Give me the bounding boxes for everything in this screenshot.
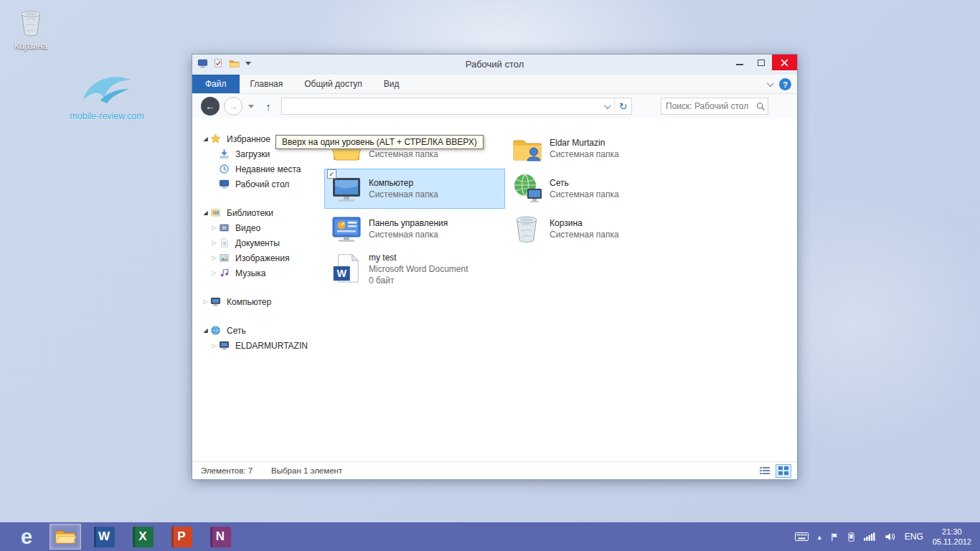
video-icon [219,222,231,234]
network-signal-icon[interactable] [864,532,875,541]
search-input[interactable] [661,101,753,111]
forward-button[interactable]: → [224,97,242,116]
action-center-flag-icon[interactable] [831,532,839,542]
selection-checkbox[interactable]: ✓ [327,169,336,179]
maximize-icon [758,60,765,66]
address-dropdown-button[interactable] [598,98,614,114]
details-view-icon [759,466,771,476]
sidebar-item-label: Библиотеки [227,208,273,218]
sidebar-item-network[interactable]: ◢ Сеть [192,323,313,338]
expand-icon[interactable]: ▷ [209,250,219,265]
close-icon [781,59,788,67]
items-count: Элементов: 7 [201,466,253,475]
expand-icon[interactable]: ▷ [209,338,219,353]
recent-locations-chevron-icon[interactable] [248,105,254,108]
desktop-recycle-bin[interactable]: Корзина [7,6,55,51]
thumbnails-view-button[interactable] [776,464,791,478]
tab-home[interactable]: Главная [240,75,294,93]
control-panel-icon [329,212,365,246]
file-item-size: 0 байт [369,275,468,286]
navigation-pane: ◢ Избранное Загрузки [192,118,313,461]
expand-icon[interactable]: ▷ [209,265,219,281]
search-box [661,98,768,115]
qat-customize-chevron-icon[interactable] [245,62,251,65]
downloads-icon [219,149,231,160]
expand-icon[interactable]: ▷ [209,235,219,250]
file-item-my-test[interactable]: W my test Microsoft Word Document 0 байт [324,249,505,289]
file-item-computer[interactable]: ✓ Компьютер Системная папка [324,169,505,209]
up-button[interactable]: ↑ [260,98,277,115]
explorer-taskbar-button[interactable] [50,524,81,550]
sidebar-item-label: Музыка [235,268,265,278]
system-menu-icon[interactable] [197,57,208,69]
expand-ribbon-chevron-icon[interactable] [767,80,774,87]
file-item-type: Системная папка [550,189,619,200]
ie-taskbar-button[interactable]: e [7,522,46,551]
volume-icon[interactable] [885,532,895,541]
powerpoint-taskbar-button[interactable]: P [162,522,201,551]
sidebar-item-libraries[interactable]: ◢ Библиотеки [192,205,313,220]
hidden-icons-arrow-icon[interactable]: ▴ [818,533,821,541]
tooltip: Вверх на один уровень (ALT + СТРЕЛКА ВВЕ… [275,135,484,149]
sidebar-item-label: Сеть [227,326,246,336]
word-taskbar-button[interactable]: W [85,522,123,551]
language-indicator[interactable]: ENG [905,532,923,542]
quick-access-toolbar [197,57,251,69]
file-item-recycle-bin[interactable]: Корзина Системная папка [505,209,686,249]
file-item-network[interactable]: Сеть Системная папка [505,169,686,209]
sidebar-item-music[interactable]: ▷ Музыка [192,265,313,281]
network-pc-icon [219,340,231,352]
address-bar[interactable]: ↻ [281,98,632,115]
file-list: Библиотеки Системная папка Eldar Murtazi… [324,128,686,461]
sidebar-item-computer[interactable]: ▷ Компьютер [192,294,313,309]
title-bar[interactable]: Рабочий стол [192,55,797,75]
expand-icon[interactable]: ▷ [201,294,210,309]
file-item-type: Системная папка [550,149,619,160]
tab-view[interactable]: Вид [373,75,410,93]
file-item-name: Корзина [550,217,619,229]
tray-device-icon[interactable] [848,532,854,542]
sidebar-item-video[interactable]: ▷ Видео [192,220,313,235]
sidebar-item-recent-places[interactable]: Недавние места [192,161,313,176]
sidebar-item-pictures[interactable]: ▷ Изображения [192,250,313,265]
desktop-monitor-icon [219,179,231,190]
sidebar-item-desktop[interactable]: Рабочий стол [192,176,313,192]
tab-share[interactable]: Общий доступ [293,75,373,93]
sidebar-item-label: Видео [235,223,260,233]
search-icon[interactable] [753,102,768,111]
properties-icon[interactable] [212,57,224,69]
navigation-toolbar: ← → ↑ ↻ Вверх на один уровень (ALT + СТР… [192,94,797,118]
minimize-button[interactable] [729,55,750,70]
recycle-bin-icon [510,212,546,246]
collapse-icon[interactable]: ◢ [201,131,210,146]
touch-keyboard-icon[interactable] [795,532,809,541]
clock-date: 05.11.2012 [933,537,971,547]
sidebar-item-documents[interactable]: ▷ Документы [192,235,313,250]
file-item-control-panel[interactable]: Панель управления Системная папка [324,209,505,249]
file-item-eldar-murtazin[interactable]: Eldar Murtazin Системная папка [505,128,686,169]
sidebar-item-network-pc[interactable]: ▷ ELDARMURTAZIN [192,338,313,353]
collapse-icon[interactable]: ◢ [201,323,210,338]
details-view-button[interactable] [757,464,773,478]
powerpoint-icon: P [171,527,192,547]
user-folder-icon [510,131,546,166]
word-document-icon: W [329,252,365,286]
file-item-type: Microsoft Word Document [369,263,468,275]
maximize-button[interactable] [750,55,772,70]
refresh-button[interactable]: ↻ [614,98,631,114]
sidebar-item-label: Недавние места [235,164,301,174]
sidebar-item-label: Загрузки [235,149,270,159]
new-folder-icon[interactable] [228,57,240,69]
close-button[interactable] [772,55,797,70]
thumbnails-view-icon [778,466,789,476]
onenote-taskbar-button[interactable]: N [201,522,240,551]
file-item-name: Eldar Murtazin [550,137,619,149]
computer-icon [210,296,222,308]
back-button[interactable]: ← [201,97,220,116]
tab-file[interactable]: Файл [192,75,240,93]
clock[interactable]: 21:30 05.11.2012 [933,527,971,547]
excel-taskbar-button[interactable]: X [123,522,162,551]
collapse-icon[interactable]: ◢ [201,205,210,220]
expand-icon[interactable]: ▷ [209,220,219,235]
help-button[interactable]: ? [779,78,791,90]
